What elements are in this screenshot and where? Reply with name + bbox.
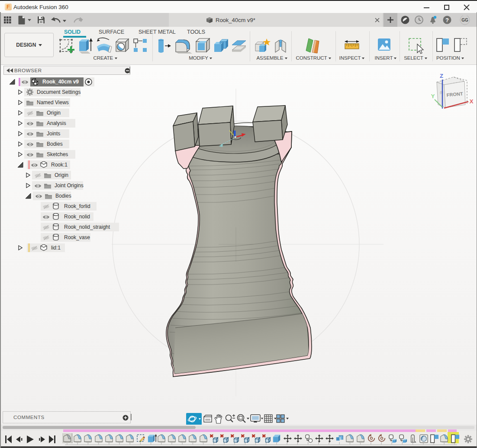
svg-text:Z: Z — [440, 73, 443, 79]
svg-text:Y: Y — [431, 93, 435, 99]
svg-text:X: X — [470, 98, 474, 105]
svg-text:?: ? — [445, 17, 449, 23]
svg-text:GG: GG — [461, 18, 468, 22]
